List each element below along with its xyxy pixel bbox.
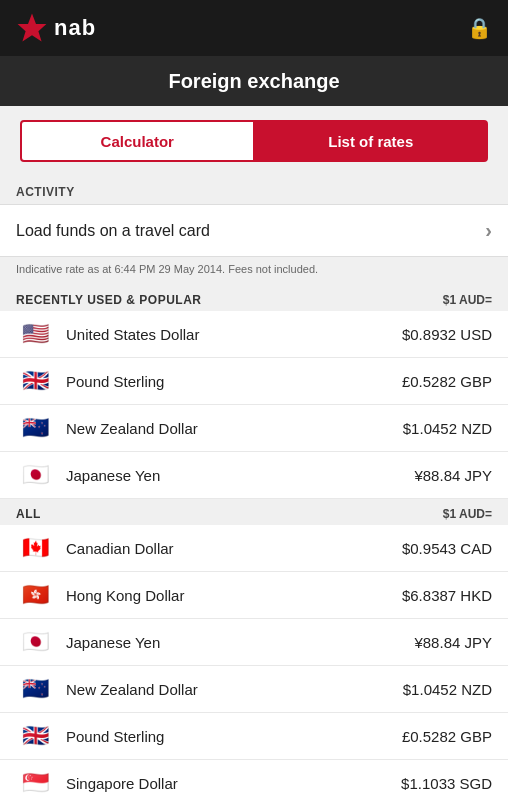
currency-flag-icon: 🇳🇿 [16,676,54,702]
app-header: nab 🔒 [0,0,508,56]
currency-flag-icon: 🇭🇰 [16,582,54,608]
currency-flag-icon: 🇺🇸 [16,321,54,347]
recently-used-rate-label: $1 AUD= [443,293,492,307]
currency-flag-icon: 🇳🇿 [16,415,54,441]
currency-value: $1.1033 SGD [401,775,492,792]
currency-value: $6.8387 HKD [402,587,492,604]
chevron-right-icon: › [485,219,492,242]
recently-used-list: 🇺🇸United States Dollar$0.8932 USD🇬🇧Pound… [0,311,508,499]
currency-value: ¥88.84 JPY [402,467,492,484]
currency-name: Canadian Dollar [66,540,402,557]
logo-text: nab [54,15,96,41]
recently-used-title: RECENTLY USED & POPULAR [16,293,202,307]
currency-name: Pound Sterling [66,728,402,745]
all-rate-label: $1 AUD= [443,507,492,521]
list-item[interactable]: 🇸🇬Singapore Dollar$1.1033 SGD [0,760,508,800]
all-list: 🇨🇦Canadian Dollar$0.9543 CAD🇭🇰Hong Kong … [0,525,508,800]
indicative-note: Indicative rate as at 6:44 PM 29 May 201… [0,257,508,285]
currency-name: New Zealand Dollar [66,420,402,437]
currency-value: $0.8932 USD [402,326,492,343]
currency-value: $0.9543 CAD [402,540,492,557]
all-section-header: ALL $1 AUD= [0,499,508,525]
currency-value: $1.0452 NZD [402,681,492,698]
load-funds-row[interactable]: Load funds on a travel card › [0,204,508,257]
tab-bar: Calculator List of rates [0,106,508,176]
activity-row-text: Load funds on a travel card [16,222,210,240]
currency-value: $1.0452 NZD [402,420,492,437]
list-item[interactable]: 🇳🇿New Zealand Dollar$1.0452 NZD [0,666,508,713]
currency-name: Pound Sterling [66,373,402,390]
lock-icon: 🔒 [467,16,492,40]
currency-name: Singapore Dollar [66,775,401,792]
list-item[interactable]: 🇨🇦Canadian Dollar$0.9543 CAD [0,525,508,572]
list-item[interactable]: 🇭🇰Hong Kong Dollar$6.8387 HKD [0,572,508,619]
currency-value: ¥88.84 JPY [402,634,492,651]
currency-name: Japanese Yen [66,634,402,651]
currency-flag-icon: 🇸🇬 [16,770,54,796]
currency-name: Japanese Yen [66,467,402,484]
activity-label: ACTIVITY [16,185,75,199]
svg-marker-0 [18,14,47,42]
logo: nab [16,12,96,44]
list-item[interactable]: 🇺🇸United States Dollar$0.8932 USD [0,311,508,358]
all-title: ALL [16,507,41,521]
currency-flag-icon: 🇬🇧 [16,368,54,394]
list-item[interactable]: 🇳🇿New Zealand Dollar$1.0452 NZD [0,405,508,452]
activity-section-header: ACTIVITY [0,176,508,204]
nab-star-icon [16,12,48,44]
currency-flag-icon: 🇯🇵 [16,629,54,655]
currency-value: £0.5282 GBP [402,728,492,745]
list-item[interactable]: 🇯🇵Japanese Yen¥88.84 JPY [0,619,508,666]
currency-flag-icon: 🇯🇵 [16,462,54,488]
list-item[interactable]: 🇬🇧Pound Sterling£0.5282 GBP [0,358,508,405]
list-item[interactable]: 🇯🇵Japanese Yen¥88.84 JPY [0,452,508,499]
title-bar: Foreign exchange [0,56,508,106]
list-item[interactable]: 🇬🇧Pound Sterling£0.5282 GBP [0,713,508,760]
tab-list-of-rates[interactable]: List of rates [254,120,489,162]
currency-name: Hong Kong Dollar [66,587,402,604]
currency-value: £0.5282 GBP [402,373,492,390]
recently-used-header: RECENTLY USED & POPULAR $1 AUD= [0,285,508,311]
currency-flag-icon: 🇨🇦 [16,535,54,561]
currency-flag-icon: 🇬🇧 [16,723,54,749]
tab-calculator[interactable]: Calculator [20,120,254,162]
page-title: Foreign exchange [168,70,339,93]
currency-name: New Zealand Dollar [66,681,402,698]
currency-name: United States Dollar [66,326,402,343]
